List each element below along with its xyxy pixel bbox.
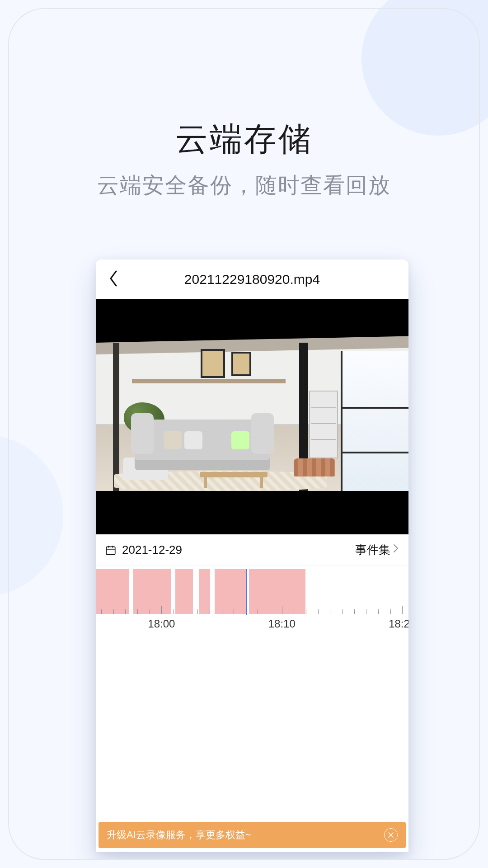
hero: 云端存储 云端安全备份，随时查看回放 [9,118,479,200]
timeline-track[interactable] [96,569,408,614]
video-frame [96,343,408,491]
video-player[interactable] [96,299,408,534]
date-events-row: 2021-12-29 事件集 [96,534,408,566]
timeline-labels: 18:0018:1018:20 [96,614,408,632]
phone-mockup: 20211229180920.mp4 [96,259,408,852]
hero-subtitle: 云端安全备份，随时查看回放 [9,171,479,200]
timeline-ticks [96,603,408,614]
chevron-left-icon [108,269,119,289]
timeline-tick-label: 18:10 [268,618,296,630]
promo-page-frame: 云端存储 云端安全备份，随时查看回放 20211229180920.mp4 [8,8,480,860]
timeline[interactable]: 18:0018:1018:20 [96,566,408,638]
selected-date[interactable]: 2021-12-29 [122,543,182,557]
events-label: 事件集 [355,542,390,558]
empty-area [96,638,408,822]
promo-text: 升级AI云录像服务，享更多权益~ [107,828,251,842]
back-button[interactable] [108,259,119,299]
timeline-tick-label: 18:20 [389,618,408,630]
video-still-image [96,343,408,491]
chevron-right-icon [390,543,399,557]
events-button[interactable]: 事件集 [355,542,399,558]
navbar: 20211229180920.mp4 [96,259,408,299]
navbar-title: 20211229180920.mp4 [96,272,408,287]
calendar-icon [105,544,117,556]
timeline-tick-label: 18:00 [148,618,175,630]
hero-title: 云端存储 [9,118,479,161]
close-icon [388,829,394,841]
promo-banner[interactable]: 升级AI云录像服务，享更多权益~ [99,822,406,848]
promo-close-button[interactable] [384,828,398,842]
svg-rect-0 [106,547,115,554]
